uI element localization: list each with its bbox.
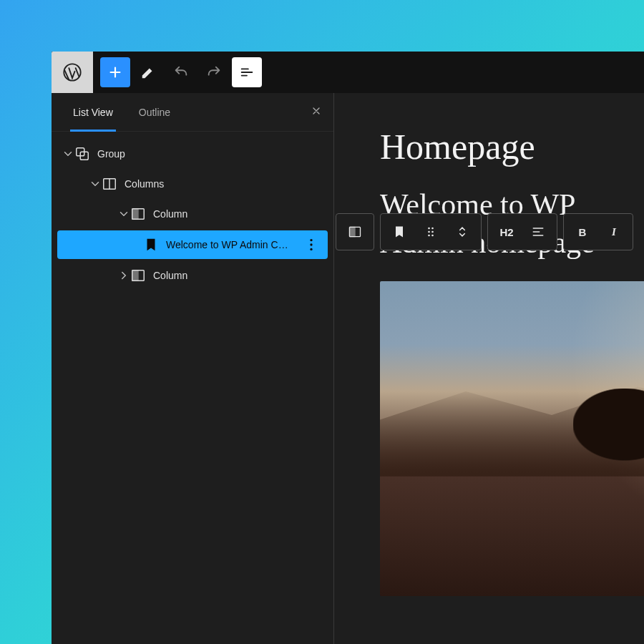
tree-label: Column — [153, 208, 325, 220]
wordpress-logo[interactable] — [52, 52, 93, 93]
editor-body: List View Outline Group — [52, 93, 644, 644]
svg-point-8 — [310, 248, 312, 250]
top-toolbar — [52, 52, 644, 93]
tree-row-column[interactable]: Column — [52, 199, 333, 229]
tree-row-group[interactable]: Group — [52, 139, 333, 169]
bookmark-icon — [143, 237, 159, 253]
svg-point-6 — [310, 239, 312, 241]
chevron-down-icon — [117, 208, 130, 220]
block-type-button[interactable] — [341, 218, 369, 246]
move-up-down[interactable] — [448, 218, 477, 246]
block-tree: Group Columns — [52, 132, 333, 298]
svg-point-7 — [310, 243, 312, 245]
list-view-panel: List View Outline Group — [52, 93, 334, 644]
heading-format-group: H2 — [487, 213, 557, 250]
drag-handle[interactable] — [416, 218, 445, 246]
edit-button[interactable] — [133, 57, 163, 87]
svg-point-14 — [431, 228, 434, 230]
tab-outline[interactable]: Outline — [126, 93, 183, 131]
tree-row-columns[interactable]: Columns — [52, 169, 333, 199]
chevron-down-icon — [89, 177, 102, 190]
column-icon — [130, 206, 146, 222]
svg-rect-12 — [350, 227, 356, 236]
tree-label: Columns — [125, 178, 325, 190]
more-options-button[interactable] — [303, 237, 319, 253]
close-panel-button[interactable] — [311, 105, 322, 119]
svg-point-17 — [428, 235, 430, 237]
chevron-down-icon — [62, 147, 74, 160]
tree-label: Welcome to WP Admin C… — [166, 239, 303, 250]
svg-point-15 — [428, 231, 430, 233]
text-format-group: B I — [563, 213, 633, 250]
heading-level-selector[interactable]: H2 — [492, 218, 521, 246]
wordpress-editor: List View Outline Group — [52, 52, 644, 644]
list-view-toggle[interactable] — [232, 57, 262, 87]
svg-rect-5 — [132, 209, 138, 220]
select-parent-button[interactable] — [385, 218, 414, 246]
bold-button[interactable]: B — [568, 218, 597, 246]
add-block-button[interactable] — [100, 57, 130, 87]
columns-icon — [102, 176, 117, 192]
tree-row-heading-selected[interactable]: Welcome to WP Admin C… — [57, 230, 328, 259]
tab-list-view[interactable]: List View — [60, 93, 126, 131]
block-type-group — [336, 213, 374, 250]
svg-point-16 — [431, 231, 434, 233]
block-move-group — [380, 213, 482, 250]
svg-point-13 — [428, 228, 430, 230]
tree-row-column[interactable]: Column — [52, 260, 333, 291]
italic-button[interactable]: I — [600, 218, 628, 246]
image-block[interactable] — [380, 281, 644, 596]
block-toolbar: H2 B I — [336, 213, 633, 250]
svg-rect-10 — [132, 270, 138, 281]
editor-canvas[interactable]: Homepage — [334, 93, 644, 644]
align-button[interactable] — [524, 218, 552, 246]
column-icon — [130, 268, 146, 283]
redo-button[interactable] — [199, 57, 229, 87]
undo-button[interactable] — [166, 57, 196, 87]
tree-label: Group — [97, 148, 325, 160]
page-title[interactable]: Homepage — [380, 126, 644, 167]
tree-label: Column — [153, 270, 325, 281]
svg-point-18 — [431, 235, 434, 237]
toolbar-actions — [93, 57, 262, 87]
chevron-right-icon — [117, 269, 130, 282]
group-icon — [74, 146, 90, 162]
panel-tabs: List View Outline — [52, 93, 333, 132]
image-content — [573, 389, 644, 508]
